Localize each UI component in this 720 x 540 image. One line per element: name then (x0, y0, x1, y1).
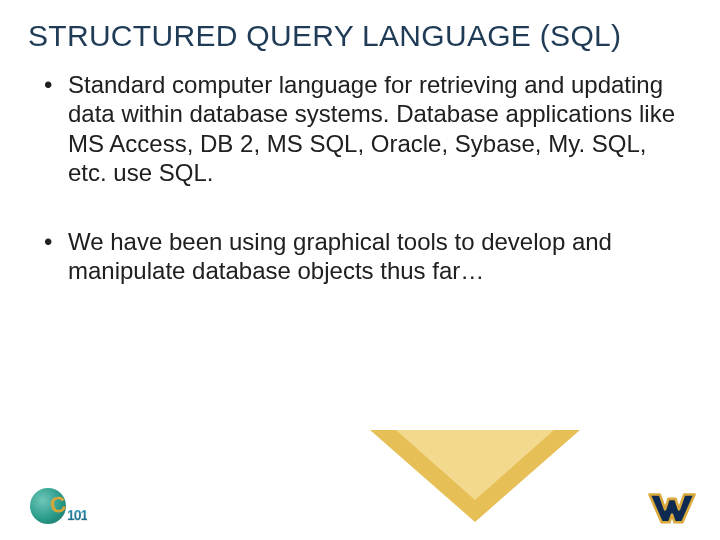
slide-body: Standard computer language for retrievin… (0, 64, 720, 286)
footer: 101 (0, 478, 720, 540)
globe-icon (30, 488, 66, 524)
course-101-logo-icon: 101 (30, 488, 102, 528)
slide: { "title": "STRUCTURED QUERY LANGUAGE (S… (0, 0, 720, 540)
bullet-item: We have been using graphical tools to de… (40, 227, 680, 286)
wvu-flying-wv-logo-icon (646, 488, 698, 528)
bullet-item: Standard computer language for retrievin… (40, 70, 680, 187)
bullet-list: Standard computer language for retrievin… (40, 70, 680, 286)
chevron-decoration-icon (370, 430, 580, 540)
slide-title: STRUCTURED QUERY LANGUAGE (SQL) (0, 0, 720, 64)
logo-101-text: 101 (67, 507, 87, 523)
